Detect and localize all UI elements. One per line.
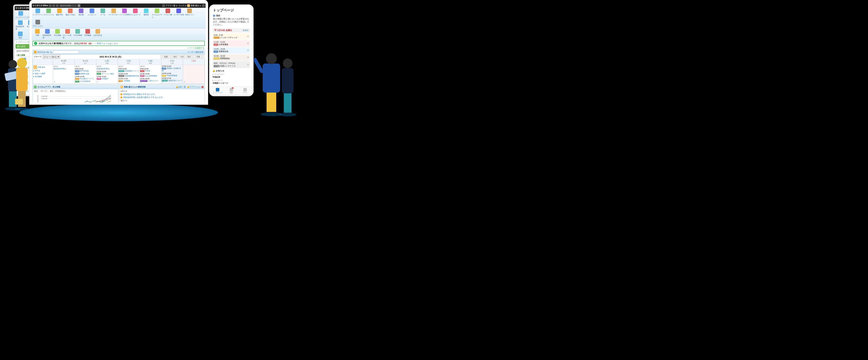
bell-icon[interactable] bbox=[162, 4, 165, 7]
news-link[interactable]: 宛先指定された通知が 4 件 あります。 bbox=[123, 93, 204, 96]
app-掲示板[interactable]: 掲示板 bbox=[76, 8, 86, 19]
phone-event[interactable]: 11:00 - 12:00面接 山本海運様⟳ bbox=[213, 40, 250, 47]
event[interactable]: 13:00-14:00来客 白山法律事務所 bbox=[140, 73, 161, 77]
group-select[interactable]: (グループ表示) bbox=[43, 55, 60, 58]
event-link[interactable]: 新規販路について bbox=[125, 70, 139, 72]
reaction-link[interactable]: リアクション bbox=[189, 86, 201, 88]
event[interactable]: 14:00-17:00訪問 上村建設 bbox=[119, 78, 139, 82]
app-スケジュール[interactable]: スケジュール bbox=[43, 8, 54, 19]
event[interactable]: 会議 営業部 定例 bbox=[75, 73, 96, 75]
tabbar-item[interactable]: アプリ bbox=[238, 87, 252, 95]
event-link[interactable]: 中途採用面接 bbox=[167, 74, 177, 77]
app-ワークフロー[interactable]: ワークフロー bbox=[108, 8, 119, 19]
phone-event[interactable]: 15:00 - 16:00勉強会 営業勉強会⟳ bbox=[213, 54, 250, 61]
user-sublink[interactable]: ▸ 担当確認 bbox=[33, 75, 52, 78]
event-link[interactable]: 部門長会議 bbox=[80, 70, 89, 72]
event-link[interactable]: 商談進捗管理(1) bbox=[54, 68, 66, 70]
app-売上情報[interactable]: 売上情報 bbox=[53, 29, 62, 39]
app-商談進捗管理[interactable]: 商談進捗管理 bbox=[42, 29, 52, 39]
app-プロジェクト[interactable]: プロジェクト bbox=[33, 19, 43, 28]
news-item[interactable]: やまだ商事 イトウ さんからの用件です。折返しお電話ください…杉田 優子13:1… bbox=[119, 102, 205, 105]
event[interactable]: 10:00-11:00会議 営業部⇔企画部 定例 bbox=[162, 65, 182, 72]
event-link[interactable]: オーシャン物流 bbox=[102, 73, 114, 75]
prev-day-button[interactable]: ← 前日 bbox=[170, 55, 178, 58]
user-facility-search[interactable]: ユーザー/施設検索 bbox=[187, 51, 204, 54]
add-event-icon[interactable]: ＋ bbox=[54, 80, 56, 83]
event[interactable]: 16:00-18:00セミナー 人事セミナー bbox=[140, 78, 161, 82]
phone-event[interactable]: 13:00 - 14:00直帰 営業部定例⟳ bbox=[213, 47, 250, 54]
app-安否確認[interactable]: 安否確認 bbox=[83, 29, 93, 39]
mail-icon[interactable] bbox=[56, 4, 59, 7]
schedule-search-input[interactable] bbox=[53, 51, 79, 54]
app-クレーム管理[interactable]: クレーム管理 bbox=[63, 29, 72, 39]
phone-event[interactable]: 9:00 - 9:30タスク メッセージチェック⟳ bbox=[213, 33, 250, 40]
news-item[interactable]: 商談進捗管理に未処理の案件が 2 件 あります。 bbox=[119, 96, 205, 99]
add-event-icon[interactable]: ＋ bbox=[97, 80, 99, 83]
user-name[interactable]: 高橋 健太 bbox=[191, 4, 199, 7]
event-link[interactable]: 午前休 bbox=[145, 70, 150, 72]
app-施設予約[interactable]: 施設予約 bbox=[54, 8, 65, 19]
tabbar-item[interactable]: 4通知 bbox=[224, 87, 238, 95]
event[interactable]: 商談進捗管理(1) bbox=[54, 68, 74, 70]
gear-icon[interactable] bbox=[202, 4, 205, 7]
app-トップページ[interactable]: トップページ bbox=[33, 8, 43, 19]
app-商談[interactable]: 商談 bbox=[16, 31, 25, 39]
day-cell[interactable]: (東京)商談進捗管理(1)10:00-12:00外出 オーシャン物流13:00-… bbox=[96, 65, 118, 84]
add-event-icon[interactable]: ＋ bbox=[162, 80, 164, 83]
app-日報[interactable]: 日報 bbox=[33, 29, 42, 39]
event-link[interactable]: 売上集計について bbox=[80, 78, 94, 80]
app-メール[interactable]: メール bbox=[98, 8, 108, 19]
event[interactable]: 13:00-14:00来客 白黒銀行 bbox=[97, 76, 117, 80]
g-icon[interactable] bbox=[49, 4, 52, 7]
phone-event[interactable]: 期間：2/21(火) - 2/24(金)その他 空調メンテナンス⟳ bbox=[213, 61, 250, 68]
news-link[interactable]: やまだ商事 イトウ さんからの用件です。 bbox=[123, 102, 163, 105]
app-カスタムアプリ[interactable]: カスタムアプリ bbox=[152, 8, 162, 19]
day-cell[interactable]: ＋ bbox=[183, 65, 205, 84]
app-メッセージ[interactable]: メッセージ bbox=[87, 8, 97, 19]
app-商談進捗管理[interactable]: 商談進捗管理 bbox=[16, 20, 25, 31]
app-トップページ[interactable]: トップページ bbox=[16, 11, 26, 19]
phone-news-row[interactable]: ▸ メッセージ未確認メッセージ bbox=[213, 79, 250, 85]
event[interactable]: 13:00-14:00面接 中途採用面接 bbox=[162, 72, 182, 77]
event-link[interactable]: 白黒銀行 bbox=[102, 78, 108, 80]
user-sublink[interactable]: ▸ 電話メモ履歴 bbox=[33, 72, 52, 75]
event[interactable]: 外出 すずき製作所 bbox=[75, 80, 96, 83]
event-link[interactable]: 商談進捗管理(1) bbox=[97, 68, 110, 70]
search-input[interactable]: 製品内を検索 bbox=[59, 4, 77, 7]
app-ToDoリスト[interactable]: ToDoリスト bbox=[184, 8, 195, 19]
day-cell[interactable]: 10:00-11:00会議 営業部⇔企画部 定例13:00-14:00面接 中途… bbox=[161, 65, 183, 84]
add-event-icon[interactable]: ＋ bbox=[119, 80, 121, 83]
crumb-top[interactable]: トップページ bbox=[16, 41, 26, 43]
tabbar-item[interactable]: トップページ bbox=[211, 87, 224, 95]
event[interactable]: 13:00-14:00タスク 来期戦略資料作成 bbox=[119, 73, 139, 77]
event-link[interactable]: 営業部 定例 bbox=[80, 73, 89, 75]
day-cell[interactable]: (東京)商談進捗管理(1)＋ bbox=[53, 65, 74, 84]
hide-link[interactable]: 非表示 bbox=[243, 29, 249, 32]
day-cell[interactable]: (東京)9:00-12:00打合せ 新規販路について13:00-14:00タスク… bbox=[118, 65, 140, 84]
event[interactable]: 16:00-17:00打合せ 採用計画について bbox=[162, 77, 182, 82]
chat-icon[interactable] bbox=[53, 4, 55, 7]
phone-news-row[interactable]: ▸ ワークフロー申請結果 bbox=[213, 73, 250, 79]
event[interactable]: 13:00-14:00訪問 売上集計について bbox=[75, 76, 96, 80]
event-link[interactable]: 採用計画について bbox=[168, 80, 182, 82]
event[interactable]: 商談進捗管理(1) bbox=[97, 68, 117, 70]
unread-link[interactable]: 未読一覧 bbox=[178, 86, 186, 88]
next-day-button[interactable]: 翌日 → bbox=[186, 55, 194, 58]
news-link[interactable]: 商談進捗管理に未処理の案件が 2 件 あります。 bbox=[123, 96, 204, 99]
add-event-icon[interactable]: ＋ bbox=[75, 80, 77, 83]
app-タイムカード[interactable]: タイムカード bbox=[130, 8, 141, 19]
add-event-icon[interactable]: ＋ bbox=[140, 80, 142, 83]
day-cell[interactable]: (東京)9:00-10:00会議 部門長会議会議 営業部 定例13:00-14:… bbox=[74, 65, 96, 84]
event[interactable]: 9:00-10:00会議 部門長会議 bbox=[75, 68, 96, 72]
search-icon[interactable]: 🔍 bbox=[50, 51, 52, 53]
user-sublink[interactable]: ▸ 月予定 bbox=[33, 69, 52, 72]
next-week-button[interactable]: 翌週 → bbox=[195, 55, 204, 58]
app-ユーザー名簿[interactable]: ユーザー名簿 bbox=[174, 8, 184, 19]
event[interactable]: 9:00-12:00休み 午前休 bbox=[140, 68, 161, 72]
prev-week-button[interactable]: ← 前週 bbox=[161, 55, 169, 58]
app-ファイル管理[interactable]: ファイル管理 bbox=[119, 8, 130, 19]
event[interactable]: 9:00-12:00打合せ 新規販路について bbox=[119, 68, 139, 72]
add-event-icon[interactable]: ＋ bbox=[184, 80, 186, 83]
day-cell[interactable]: (東京)9:00-12:00休み 午前休13:00-14:00来客 白山法律事務… bbox=[140, 65, 161, 84]
today-button[interactable]: 今日 bbox=[179, 55, 185, 58]
